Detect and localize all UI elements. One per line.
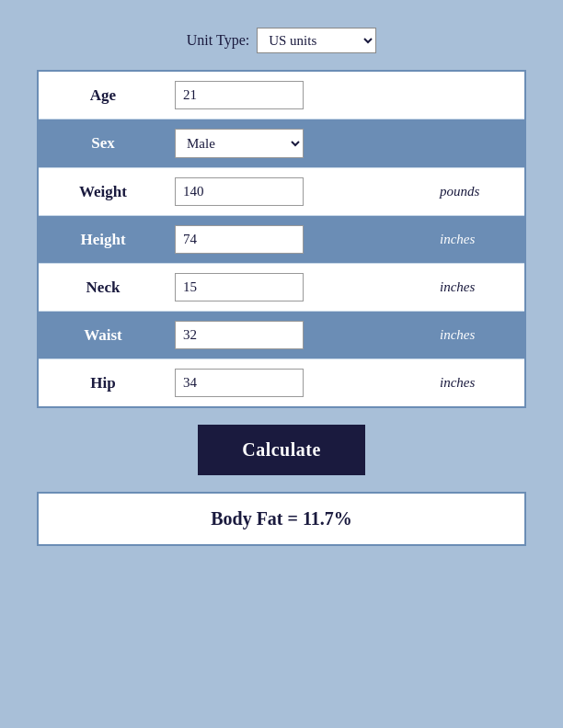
label-waist: Waist (39, 312, 167, 358)
input-cell-age (167, 72, 432, 119)
table-row-weight: Weightpounds (39, 168, 524, 216)
result-box: Body Fat = 11.7% (37, 492, 526, 546)
height-input[interactable] (175, 225, 304, 254)
label-hip: Hip (39, 359, 167, 406)
calculate-button[interactable]: Calculate (198, 425, 365, 475)
table-row-neck: Neckinches (39, 264, 524, 312)
age-input[interactable] (175, 81, 304, 109)
table-row-sex: SexMaleFemale (39, 119, 524, 168)
unit-age (432, 72, 524, 119)
label-height: Height (39, 216, 167, 263)
label-age: Age (39, 72, 167, 119)
sex-select[interactable]: MaleFemale (175, 129, 304, 158)
table-row-hip: Hipinches (39, 359, 524, 406)
input-cell-weight (167, 168, 432, 215)
input-cell-waist (167, 312, 432, 358)
input-cell-hip (167, 359, 432, 406)
unit-sex (432, 119, 524, 167)
table-row-waist: Waistinches (39, 312, 524, 359)
unit-type-select[interactable]: US units Metric units (257, 28, 376, 53)
neck-input[interactable] (175, 273, 304, 301)
unit-type-row: Unit Type: US units Metric units (187, 28, 376, 53)
unit-height: inches (432, 216, 524, 263)
unit-waist: inches (432, 312, 524, 358)
unit-neck: inches (432, 264, 524, 311)
table-row-height: Heightinches (39, 216, 524, 264)
label-sex: Sex (39, 119, 167, 167)
input-cell-sex: MaleFemale (167, 119, 432, 167)
label-neck: Neck (39, 264, 167, 311)
unit-weight: pounds (432, 168, 524, 215)
input-cell-neck (167, 264, 432, 311)
main-table: AgeSexMaleFemaleWeightpoundsHeightinches… (37, 70, 526, 408)
weight-input[interactable] (175, 177, 304, 206)
input-cell-height (167, 216, 432, 263)
table-row-age: Age (39, 72, 524, 119)
hip-input[interactable] (175, 369, 304, 397)
unit-type-label: Unit Type: (187, 32, 249, 49)
waist-input[interactable] (175, 321, 304, 349)
unit-hip: inches (432, 359, 524, 406)
label-weight: Weight (39, 168, 167, 215)
